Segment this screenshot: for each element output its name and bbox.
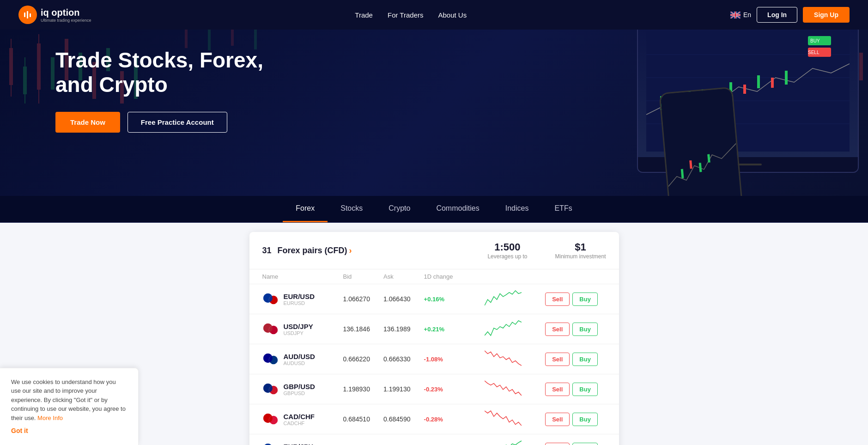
svg-rect-15: [23, 67, 27, 94]
pair-flags: [262, 293, 279, 305]
ask-value: 0.684590: [383, 415, 424, 423]
sell-button[interactable]: Sell: [545, 323, 570, 336]
cookie-more-link[interactable]: More Info: [37, 415, 63, 421]
pair-name: AUD/USD: [284, 353, 315, 360]
table-header: Name Bid Ask 1D change: [249, 269, 619, 284]
tab-stocks[interactable]: Stocks: [328, 196, 376, 222]
buy-button[interactable]: Buy: [572, 323, 598, 336]
leverage-stat: 1:500 Leverages up to: [487, 241, 527, 260]
table-row: USD/JPY USDJPY 136.1846 136.1989 +0.21% …: [249, 314, 619, 344]
tab-commodities[interactable]: Commodities: [423, 196, 492, 222]
sparkline-chart: [485, 350, 545, 368]
svg-rect-2: [30, 13, 31, 17]
market-stats: 1:500 Leverages up to $1 Minimum investm…: [487, 241, 606, 260]
leverage-label: Leverages up to: [487, 253, 527, 260]
svg-rect-60: [785, 71, 788, 85]
sparkline-chart: [485, 440, 545, 445]
hero-content: Trade Stocks, Forex, and Crypto Trade No…: [55, 48, 286, 133]
logo[interactable]: iq option Ultimate trading experience: [18, 6, 91, 24]
svg-rect-1: [27, 11, 28, 18]
table-row: GBP/USD GBPUSD 1.198930 1.199130 -0.23% …: [249, 374, 619, 404]
svg-rect-59: [771, 78, 774, 88]
bid-value: 136.1846: [343, 325, 384, 333]
sparkline-chart: [485, 380, 545, 398]
pair-code: CADCHF: [284, 421, 315, 426]
pair-info: EUR/JPY EURJPY: [262, 443, 343, 445]
language-label: En: [743, 11, 751, 18]
svg-rect-40: [231, 30, 234, 46]
svg-rect-21: [51, 57, 55, 90]
pair-name: EUR/JPY: [284, 443, 313, 445]
tab-indices[interactable]: Indices: [492, 196, 542, 222]
pair-name: CAD/CHF: [284, 413, 315, 421]
buy-button[interactable]: Buy: [572, 443, 598, 445]
hero-buttons: Trade Now Free Practice Account: [55, 112, 286, 133]
market-title: 31 Forex pairs (CFD) ›: [262, 246, 352, 256]
sell-button[interactable]: Sell: [545, 413, 570, 426]
svg-rect-19: [38, 34, 39, 43]
svg-rect-0: [24, 12, 25, 17]
col-1d-change: 1D change: [424, 273, 485, 280]
tab-crypto[interactable]: Crypto: [376, 196, 423, 222]
pair-code: AUDUSD: [284, 360, 315, 366]
pair-name: EUR/USD: [284, 293, 315, 300]
svg-rect-13: [11, 39, 12, 48]
pair-flags: [262, 383, 279, 396]
change-value: +0.21%: [424, 326, 485, 333]
svg-rect-38: [185, 30, 188, 48]
signup-button[interactable]: Sign Up: [803, 7, 850, 23]
svg-rect-39: [208, 30, 211, 50]
svg-rect-58: [757, 75, 760, 88]
svg-rect-20: [38, 90, 39, 104]
sparkline-chart: [485, 320, 545, 338]
action-buttons: Sell Buy: [545, 323, 606, 336]
leverage-value: 1:500: [487, 241, 527, 253]
pairs-title-text: [273, 246, 276, 256]
ask-value: 136.1989: [383, 325, 424, 333]
brand-tagline: Ultimate trading experience: [41, 18, 91, 23]
nav-about-us[interactable]: About Us: [438, 11, 467, 19]
table-row: AUD/USD AUDUSD 0.666220 0.666330 -1.08% …: [249, 344, 619, 374]
svg-point-85: [263, 384, 273, 393]
pair-info: USD/JPY USDJPY: [262, 323, 343, 336]
action-buttons: Sell Buy: [545, 353, 606, 366]
chevron-right-icon[interactable]: ›: [349, 246, 352, 256]
min-investment-label: Minimum investment: [555, 253, 606, 260]
table-row: CAD/CHF CADCHF 0.684510 0.684590 -0.28% …: [249, 404, 619, 434]
sell-button[interactable]: Sell: [545, 383, 570, 396]
action-buttons: Sell Buy: [545, 443, 606, 445]
buy-button[interactable]: Buy: [572, 353, 598, 366]
col-chart: [485, 273, 545, 280]
pair-name: USD/JPY: [284, 323, 313, 330]
market-header: 31 Forex pairs (CFD) › 1:500 Leverages u…: [249, 232, 619, 269]
action-buttons: Sell Buy: [545, 413, 606, 426]
trade-now-button[interactable]: Trade Now: [55, 112, 120, 133]
nav-trade[interactable]: Trade: [355, 11, 373, 19]
tab-etfs[interactable]: ETFs: [541, 196, 585, 222]
buy-button[interactable]: Buy: [572, 413, 598, 426]
language-selector[interactable]: En: [730, 11, 751, 18]
action-buttons: Sell Buy: [545, 383, 606, 396]
buy-button[interactable]: Buy: [572, 293, 598, 306]
pair-name: GBP/USD: [284, 383, 315, 390]
svg-rect-18: [37, 43, 41, 90]
tab-forex[interactable]: Forex: [283, 196, 328, 222]
sell-button[interactable]: Sell: [545, 353, 570, 366]
action-buttons: Sell Buy: [545, 293, 606, 306]
sell-button[interactable]: Sell: [545, 443, 570, 445]
nav-for-traders[interactable]: For Traders: [388, 11, 424, 19]
sell-button[interactable]: Sell: [545, 293, 570, 306]
buy-button[interactable]: Buy: [572, 383, 598, 396]
table-row: EUR/USD EURUSD 1.066270 1.066430 +0.16% …: [249, 284, 619, 314]
practice-account-button[interactable]: Free Practice Account: [127, 112, 227, 133]
cookie-got-it-button[interactable]: Got it: [11, 426, 127, 436]
ask-value: 0.666330: [383, 355, 424, 363]
phone-mockup: SELL BUY: [659, 87, 745, 196]
login-button[interactable]: Log In: [757, 7, 797, 23]
svg-rect-11: [730, 14, 741, 15]
cookie-text: We use cookies to understand how you use…: [11, 378, 127, 423]
svg-rect-16: [24, 57, 25, 67]
logo-text: iq option Ultimate trading experience: [41, 7, 91, 23]
navbar: iq option Ultimate trading experience Tr…: [0, 0, 868, 30]
pair-info: GBP/USD GBPUSD: [262, 383, 343, 396]
